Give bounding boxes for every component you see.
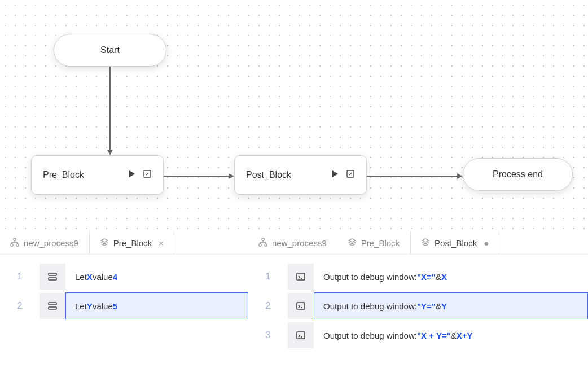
play-icon[interactable] (128, 170, 136, 180)
line-number: 2 (0, 301, 40, 311)
flow-canvas[interactable]: Start Pre_Block Post_Block Process end (0, 0, 588, 231)
node-post-block[interactable]: Post_Block (234, 155, 367, 195)
svg-rect-14 (49, 278, 56, 280)
svg-rect-22 (297, 303, 305, 309)
svg-rect-11 (11, 244, 13, 246)
code-row[interactable]: 2Output to debug window: "Y="& Y (248, 293, 588, 319)
edit-icon[interactable] (346, 169, 355, 181)
close-icon[interactable]: × (159, 238, 164, 248)
node-pre-block-label: Pre_Block (43, 170, 84, 180)
code-text[interactable]: Output to debug window: "X="& X (314, 263, 588, 290)
svg-rect-20 (297, 273, 305, 280)
stack-icon (421, 238, 430, 248)
tree-icon (10, 238, 19, 248)
svg-marker-7 (229, 173, 234, 179)
tab-label: new_process9 (272, 238, 327, 248)
node-start[interactable]: Start (54, 34, 166, 67)
code-row[interactable]: 1Let X value 4 (0, 264, 248, 290)
panel-post-block: new_process9Pre_BlockPost_Block● 1Output… (248, 231, 588, 352)
svg-rect-17 (262, 238, 264, 240)
tabs-right: new_process9Pre_BlockPost_Block● (248, 231, 588, 255)
code-text[interactable]: Output to debug window: "X + Y="& X+Y (314, 322, 588, 349)
line-number: 2 (248, 301, 288, 311)
arrow-post-to-end (367, 172, 463, 180)
tab-label: Post_Block (435, 238, 477, 248)
svg-marker-2 (332, 170, 338, 177)
svg-marker-5 (107, 150, 113, 155)
svg-rect-24 (297, 332, 305, 339)
svg-rect-16 (49, 307, 56, 309)
svg-rect-12 (16, 244, 19, 246)
stack-icon (348, 238, 357, 248)
output-icon (288, 264, 314, 290)
tabs-left: new_process9Pre_Block× (0, 231, 248, 255)
code-text[interactable]: Output to debug window: "Y="& Y (314, 292, 588, 319)
tab-right-2[interactable]: Post_Block● (410, 231, 499, 254)
svg-marker-9 (457, 173, 463, 179)
edit-icon[interactable] (143, 169, 152, 181)
assign-icon (40, 264, 65, 290)
output-icon (288, 322, 314, 348)
tab-label: Pre_Block (113, 238, 152, 248)
tab-right-1[interactable]: Pre_Block (337, 231, 410, 254)
code-text[interactable]: Let Y value 5 (65, 292, 248, 319)
node-end[interactable]: Process end (463, 158, 573, 191)
code-row[interactable]: 3Output to debug window: "X + Y="& X+Y (248, 322, 588, 348)
node-pre-block[interactable]: Pre_Block (31, 155, 164, 195)
stack-icon (100, 238, 109, 248)
code-row[interactable]: 1Output to debug window: "X="& X (248, 264, 588, 290)
assign-icon (40, 293, 65, 319)
svg-rect-15 (49, 303, 56, 305)
play-icon[interactable] (331, 170, 339, 180)
node-start-label: Start (100, 45, 120, 55)
arrow-pre-to-post (164, 172, 234, 180)
node-post-block-label: Post_Block (246, 170, 291, 180)
output-icon (288, 293, 314, 319)
svg-marker-0 (129, 170, 135, 177)
panel-pre-block: new_process9Pre_Block× 1Let X value 42Le… (0, 231, 248, 352)
node-end-label: Process end (493, 169, 543, 179)
code-text[interactable]: Let X value 4 (65, 263, 248, 290)
arrow-start-to-pre (107, 67, 113, 155)
svg-rect-10 (14, 238, 16, 240)
tab-right-0[interactable]: new_process9 (248, 231, 337, 254)
line-number: 1 (0, 271, 40, 282)
svg-rect-19 (265, 244, 267, 246)
svg-rect-18 (259, 244, 261, 246)
close-icon[interactable]: ● (484, 238, 489, 248)
line-number: 3 (248, 330, 288, 340)
line-number: 1 (248, 271, 288, 282)
code-row[interactable]: 2Let Y value 5 (0, 293, 248, 319)
tab-label: Pre_Block (361, 238, 400, 248)
tab-left-1[interactable]: Pre_Block× (89, 231, 174, 254)
svg-rect-13 (49, 273, 56, 275)
tab-label: new_process9 (24, 238, 78, 248)
tree-icon (258, 238, 267, 248)
tab-left-0[interactable]: new_process9 (0, 231, 89, 254)
